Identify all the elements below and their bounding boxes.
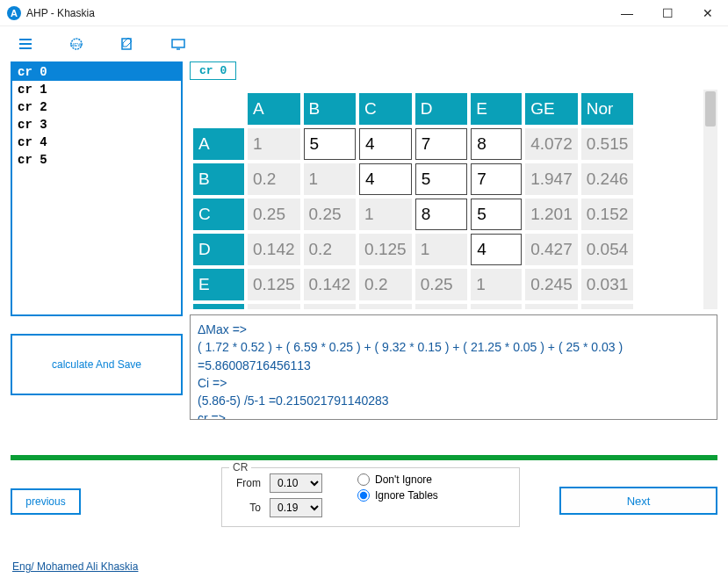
matrix-cell: 0.25 bbox=[415, 269, 468, 300]
matrix-cell: 4.072 bbox=[525, 128, 578, 160]
cr-list-item[interactable]: cr 0 bbox=[12, 63, 181, 81]
cr-filter-group: CR From 0.10 To 0.19 Don't Ignore Ignore… bbox=[221, 467, 520, 527]
matrix-cell: 1.947 bbox=[525, 163, 578, 195]
matrix-cell[interactable]: 8 bbox=[415, 199, 468, 230]
sum-cell: 25 bbox=[471, 304, 522, 309]
matrix-cell: 0.25 bbox=[248, 199, 300, 230]
to-select[interactable]: 0.19 bbox=[270, 498, 322, 517]
calc-line: ΔMax => bbox=[198, 321, 710, 338]
row-header bbox=[193, 304, 244, 309]
col-header: D bbox=[415, 93, 468, 125]
menu-icon[interactable] bbox=[18, 36, 33, 52]
matrix-cell[interactable]: 4 bbox=[359, 128, 412, 160]
matrix-cell: 0.031 bbox=[581, 269, 634, 300]
matrix-cell: 0.25 bbox=[304, 199, 357, 230]
monitor-icon[interactable] bbox=[170, 36, 186, 52]
sum-cell: 1 bbox=[581, 304, 634, 309]
svg-text:NEW: NEW bbox=[70, 42, 83, 47]
dont-ignore-radio[interactable]: Don't Ignore bbox=[357, 473, 438, 486]
matrix-cell: 0.2 bbox=[359, 269, 412, 300]
col-header: Nor bbox=[581, 93, 634, 125]
matrix-cell: 0.246 bbox=[581, 163, 634, 195]
matrix-cell[interactable]: 4 bbox=[359, 163, 412, 195]
row-header: E bbox=[193, 269, 244, 300]
next-button[interactable]: Next bbox=[559, 487, 717, 515]
cr-list-item[interactable]: cr 2 bbox=[12, 98, 181, 116]
calc-line: Ci => bbox=[198, 374, 710, 392]
matrix-cell[interactable]: 5 bbox=[415, 163, 468, 195]
row-header: A bbox=[193, 128, 244, 160]
matrix-cell: 0.515 bbox=[581, 128, 634, 160]
col-header: A bbox=[248, 93, 300, 125]
previous-button[interactable]: previous bbox=[11, 488, 81, 515]
active-tab-label[interactable]: cr 0 bbox=[190, 61, 236, 80]
from-label: From bbox=[231, 477, 261, 489]
matrix-cell: 0.427 bbox=[525, 234, 578, 265]
sum-cell: 7.893 bbox=[525, 304, 578, 309]
toolbar: NEW bbox=[0, 26, 728, 61]
matrix-cell: 1 bbox=[471, 269, 522, 300]
cr-list-item[interactable]: cr 5 bbox=[12, 151, 181, 169]
matrix-cell[interactable]: 5 bbox=[471, 199, 522, 230]
sum-cell: 9.325 bbox=[359, 304, 412, 309]
to-label: To bbox=[231, 502, 261, 514]
new-icon[interactable]: NEW bbox=[68, 36, 84, 52]
col-header: B bbox=[304, 93, 357, 125]
from-select[interactable]: 0.10 bbox=[270, 473, 322, 493]
credit-link[interactable]: Eng/ Mohamed Ali Khaskia bbox=[12, 560, 138, 573]
cr-list-item[interactable]: cr 4 bbox=[12, 134, 181, 151]
ignore-tables-radio[interactable]: Ignore Tables bbox=[357, 489, 438, 502]
matrix-cell: 0.054 bbox=[581, 234, 634, 265]
cr-list-item[interactable]: cr 1 bbox=[12, 81, 181, 98]
matrix-cell: 0.2 bbox=[304, 234, 357, 265]
matrix-cell: 0.152 bbox=[581, 199, 634, 230]
matrix-cell: 0.125 bbox=[359, 234, 412, 265]
matrix-cell: 0.245 bbox=[525, 269, 578, 300]
titlebar: A AHP - Khaskia — ☐ ✕ bbox=[0, 0, 728, 26]
row-header: B bbox=[193, 163, 244, 195]
cr-legend: CR bbox=[229, 461, 251, 473]
matrix-cell[interactable]: 4 bbox=[471, 234, 522, 265]
calc-line: (5.86-5) /5-1 =0.215021791140283 bbox=[198, 392, 710, 409]
matrix-cell[interactable]: 5 bbox=[304, 128, 357, 160]
matrix-cell: 1.201 bbox=[525, 199, 578, 230]
col-header: C bbox=[359, 93, 412, 125]
calculate-save-button[interactable]: calculate And Save bbox=[11, 334, 183, 395]
calculation-output: ΔMax => ( 1.72 * 0.52 ) + ( 6.59 * 0.25 … bbox=[190, 314, 717, 420]
matrix-cell: 0.125 bbox=[248, 269, 300, 300]
calc-line: ( 1.72 * 0.52 ) + ( 6.59 * 0.25 ) + ( 9.… bbox=[198, 338, 710, 374]
maximize-button[interactable]: ☐ bbox=[647, 0, 688, 26]
window-title: AHP - Khaskia bbox=[26, 7, 607, 19]
col-header: GE bbox=[525, 93, 578, 125]
matrix-cell[interactable]: 7 bbox=[415, 128, 468, 160]
sum-cell: 21.25 bbox=[415, 304, 468, 309]
col-header: E bbox=[471, 93, 522, 125]
matrix-cell[interactable]: 8 bbox=[471, 128, 522, 160]
sum-cell: 1.717 bbox=[248, 304, 300, 309]
cr-list[interactable]: cr 0cr 1cr 2cr 3cr 4cr 5 bbox=[11, 61, 183, 316]
matrix-cell: 0.2 bbox=[248, 163, 300, 195]
calc-line: cr => bbox=[198, 409, 710, 420]
row-header: D bbox=[193, 234, 244, 265]
matrix-cell: 1 bbox=[248, 128, 300, 160]
scrollbar-thumb[interactable] bbox=[705, 91, 716, 126]
minimize-button[interactable]: — bbox=[607, 0, 647, 26]
close-button[interactable]: ✕ bbox=[688, 0, 728, 26]
app-icon: A bbox=[7, 6, 21, 20]
matrix-table: ABCDEGENorA154784.0720.515B0.214571.9470… bbox=[190, 90, 637, 309]
cr-list-item[interactable]: cr 3 bbox=[12, 116, 181, 134]
matrix-cell[interactable]: 7 bbox=[471, 163, 522, 195]
matrix-cell: 0.142 bbox=[304, 269, 357, 300]
sum-cell: 6.592 bbox=[304, 304, 357, 309]
edit-icon[interactable] bbox=[119, 36, 135, 52]
matrix-cell: 1 bbox=[304, 163, 357, 195]
matrix-cell: 0.142 bbox=[248, 234, 300, 265]
matrix-cell: 1 bbox=[415, 234, 468, 265]
matrix-cell: 1 bbox=[359, 199, 412, 230]
svg-rect-3 bbox=[172, 40, 184, 47]
vertical-scrollbar[interactable] bbox=[703, 90, 717, 309]
row-header: C bbox=[193, 199, 244, 230]
